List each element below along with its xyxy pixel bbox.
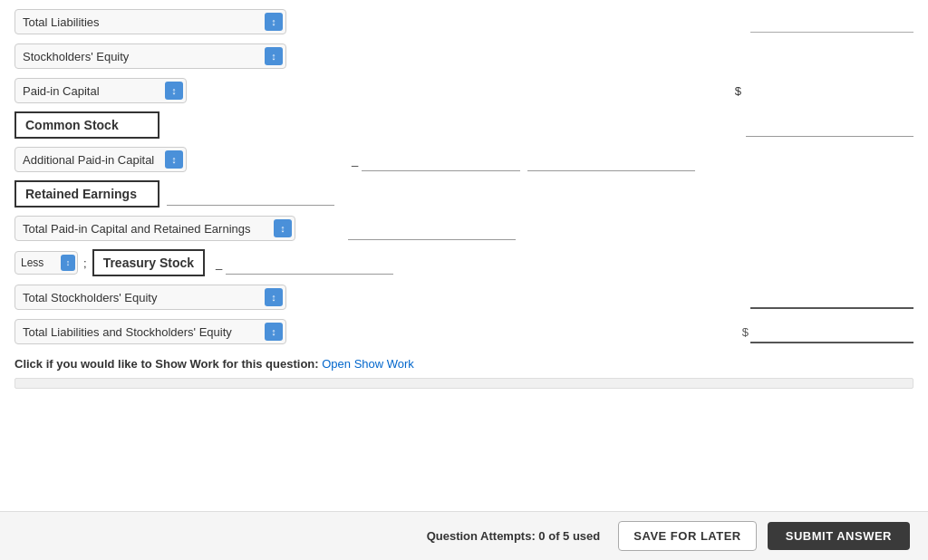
paid-in-capital-select[interactable]: Paid-in Capital [14, 78, 187, 103]
retained-earnings-input[interactable] [167, 182, 334, 206]
total-liabilities-input[interactable] [750, 11, 914, 33]
total-liabilities-far-right [750, 11, 914, 33]
total-paid-in-input[interactable] [348, 217, 516, 240]
stockholders-equity-select[interactable]: Stockholders' Equity [14, 43, 286, 69]
treasury-stock-row: Less ↕ ; Treasury Stock _ [14, 248, 914, 277]
treasury-stock-label: Treasury Stock [92, 249, 205, 276]
additional-paid-in-capital-label-col: Additional Paid-in Capital ↕ [14, 147, 341, 172]
total-liabilities-equity-dollar-sign: $ [742, 325, 749, 339]
scrollbar[interactable] [14, 378, 914, 389]
stockholders-equity-label-col: Stockholders' Equity ↕ [14, 43, 341, 69]
additional-paid-in-dash: _ [352, 153, 358, 167]
paid-in-capital-row: Paid-in Capital ↕ $ [14, 76, 914, 105]
total-paid-in-label-col: Total Paid-in Capital and Retained Earni… [14, 216, 341, 241]
total-liabilities-select[interactable]: Total Liabilities [14, 9, 286, 34]
total-stockholders-equity-input[interactable] [750, 286, 914, 309]
additional-paid-in-capital-row: Additional Paid-in Capital ↕ _ [14, 145, 914, 174]
total-paid-in-select-wrapper: Total Paid-in Capital and Retained Earni… [14, 216, 295, 241]
total-liabilities-equity-label-col: Total Liabilities and Stockholders' Equi… [14, 319, 341, 344]
total-liabilities-label-col: Total Liabilities ↕ [14, 9, 341, 34]
additional-paid-in-capital-select-wrapper: Additional Paid-in Capital ↕ [14, 147, 187, 172]
common-stock-row: Common Stock [14, 111, 914, 140]
treasury-stock-separator: ; [83, 256, 87, 270]
total-liabilities-equity-select[interactable]: Total Liabilities and Stockholders' Equi… [14, 319, 286, 344]
total-stockholders-equity-select[interactable]: Total Stockholders' Equity [14, 285, 286, 310]
total-stockholders-equity-far-right [750, 286, 914, 309]
total-liabilities-select-wrapper: Total Liabilities ↕ [14, 9, 286, 34]
total-liabilities-row: Total Liabilities ↕ [14, 7, 914, 36]
total-stockholders-equity-label-col: Total Stockholders' Equity ↕ [14, 285, 341, 310]
total-stockholders-equity-row: Total Stockholders' Equity ↕ [14, 283, 914, 312]
total-liabilities-equity-far-right: $ [742, 321, 914, 343]
paid-in-capital-select-wrapper: Paid-in Capital ↕ [14, 78, 187, 103]
less-select-wrapper: Less ↕ [14, 251, 78, 275]
additional-paid-in-capital-select[interactable]: Additional Paid-in Capital [14, 147, 187, 172]
total-paid-in-select[interactable]: Total Paid-in Capital and Retained Earni… [14, 216, 295, 241]
stockholders-equity-select-wrapper: Stockholders' Equity ↕ [14, 43, 286, 69]
total-liabilities-equity-input[interactable] [750, 321, 914, 343]
total-liabilities-equity-select-wrapper: Total Liabilities and Stockholders' Equi… [14, 319, 286, 344]
retained-earnings-label: Retained Earnings [14, 180, 160, 208]
treasury-stock-input[interactable] [226, 251, 393, 275]
total-stockholders-equity-select-wrapper: Total Stockholders' Equity ↕ [14, 285, 286, 310]
total-liabilities-equity-row: Total Liabilities and Stockholders' Equi… [14, 317, 914, 346]
stockholders-equity-row: Stockholders' Equity ↕ [14, 42, 914, 71]
additional-paid-in-capital-mid-input[interactable] [362, 148, 520, 171]
common-stock-input[interactable] [746, 113, 914, 137]
treasury-stock-dash: _ [216, 256, 222, 270]
dollar-sign-header: $ [735, 84, 741, 98]
less-select[interactable]: Less [14, 251, 78, 275]
paid-in-capital-label-col: Paid-in Capital ↕ [14, 78, 341, 103]
additional-paid-in-capital-right-input[interactable] [527, 148, 695, 171]
show-work-row: Click if you would like to Show Work for… [14, 357, 914, 371]
treasury-stock-left: Less ↕ ; Treasury Stock [14, 249, 205, 276]
common-stock-label: Common Stock [14, 111, 160, 139]
open-show-work-link[interactable]: Open Show Work [322, 357, 414, 371]
show-work-prefix: Click if you would like to Show Work for… [14, 357, 319, 371]
total-paid-in-row: Total Paid-in Capital and Retained Earni… [14, 214, 914, 243]
retained-earnings-row: Retained Earnings [14, 179, 914, 208]
